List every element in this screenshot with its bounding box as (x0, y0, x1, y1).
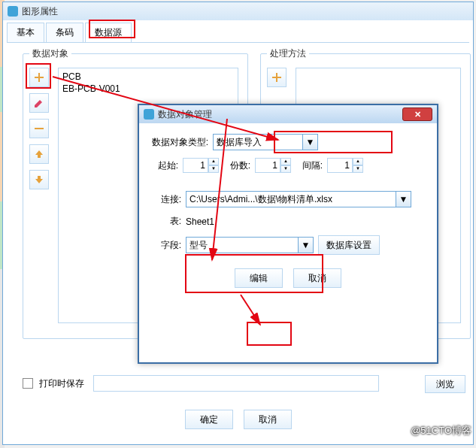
tab-basic[interactable]: 基本 (7, 23, 44, 42)
cancel-button[interactable]: 取消 (244, 410, 292, 429)
chevron-down-icon: ▼ (396, 192, 411, 207)
data-object-toolbar (29, 68, 49, 189)
add-button[interactable] (29, 68, 49, 87)
save-path-field[interactable] (93, 375, 379, 392)
main-title: 图形属性 (22, 5, 58, 18)
modal-button-row: 编辑 取消 (148, 268, 428, 288)
table-label: 表: (148, 215, 181, 228)
list-item[interactable]: EB-PCB-V001 (61, 83, 235, 95)
edit-button[interactable] (29, 93, 49, 113)
type-label: 数据对象类型: (148, 136, 208, 149)
field-label: 字段: (148, 239, 181, 252)
modal-cancel-button[interactable]: 取消 (293, 268, 341, 288)
gap-label: 间隔: (296, 159, 323, 172)
modal-edit-button[interactable]: 编辑 (235, 268, 283, 288)
main-button-row: 确定 取消 (3, 410, 473, 429)
move-down-button[interactable] (29, 170, 49, 189)
conn-combo[interactable]: C:\Users\Admi...\数据\物料清单.xlsx ▼ (186, 191, 411, 207)
modal-title: 数据对象管理 (158, 108, 212, 121)
modal-icon (144, 109, 154, 120)
copies-spinner[interactable]: ▲▼ (255, 158, 291, 173)
process-add-button[interactable] (267, 68, 287, 87)
field-value: 型号 (186, 238, 298, 253)
save-on-print-checkbox[interactable] (23, 378, 33, 389)
save-on-print-label: 打印时保存 (39, 377, 84, 390)
chevron-down-icon: ▼ (302, 135, 317, 150)
move-up-button[interactable] (29, 144, 49, 164)
save-on-print-row: 打印时保存 (23, 375, 379, 392)
process-toolbar (267, 68, 287, 87)
ok-button[interactable]: 确定 (185, 410, 233, 429)
field-combo[interactable]: 型号 ▼ (186, 237, 314, 253)
tab-barcode[interactable]: 条码 (46, 23, 83, 42)
browse-button[interactable]: 浏览 (425, 375, 465, 393)
start-input[interactable] (183, 158, 208, 173)
copies-input[interactable] (255, 158, 280, 173)
gap-input[interactable] (327, 158, 353, 173)
conn-value: C:\Users\Admi...\数据\物料清单.xlsx (186, 192, 396, 207)
modal-titlebar: 数据对象管理 ✕ (139, 105, 437, 123)
copies-label: 份数: (223, 159, 250, 172)
svg-rect-0 (35, 128, 44, 129)
db-settings-button[interactable]: 数据库设置 (318, 235, 380, 255)
chevron-down-icon: ▼ (298, 238, 313, 253)
data-object-manage-dialog: 数据对象管理 ✕ 数据对象类型: 数据库导入 ▼ 起始: ▲▼ 份数: ▲▼ 间… (138, 104, 438, 364)
close-button[interactable]: ✕ (402, 107, 432, 121)
start-spinner[interactable]: ▲▼ (183, 158, 219, 173)
type-combo[interactable]: 数据库导入 ▼ (213, 134, 318, 150)
tab-strip: 基本 条码 数据源 (7, 23, 469, 43)
table-value: Sheet1 (186, 216, 214, 227)
data-object-group-label: 数据对象 (29, 47, 71, 60)
start-label: 起始: (148, 159, 178, 172)
type-value: 数据库导入 (214, 135, 302, 150)
watermark: @51CTO博客 (411, 424, 471, 437)
tab-datasource[interactable]: 数据源 (85, 23, 132, 42)
gap-spinner[interactable]: ▲▼ (327, 158, 363, 173)
main-titlebar: 图形属性 (3, 2, 473, 20)
remove-button[interactable] (29, 119, 49, 138)
conn-label: 连接: (148, 193, 181, 206)
list-item[interactable]: PCB (61, 71, 235, 83)
process-method-group-label: 处理方法 (267, 47, 309, 60)
app-icon (8, 6, 18, 17)
